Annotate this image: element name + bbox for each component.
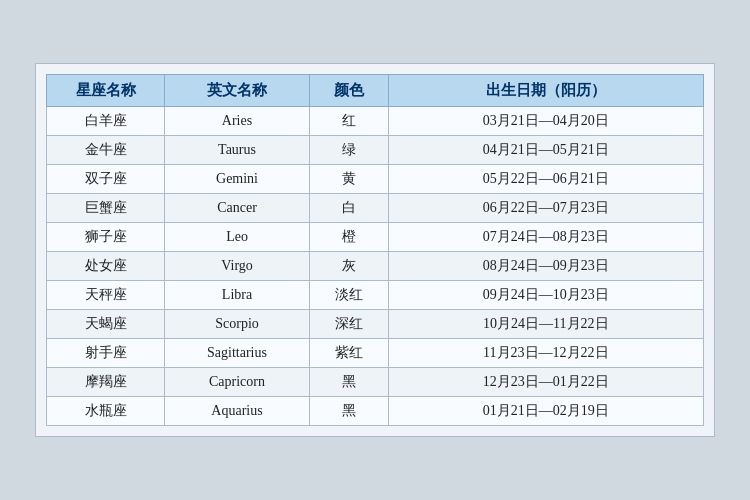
cell-date: 07月24日—08月23日 <box>388 223 703 252</box>
cell-date: 04月21日—05月21日 <box>388 136 703 165</box>
cell-en-name: Scorpio <box>165 310 310 339</box>
cell-en-name: Sagittarius <box>165 339 310 368</box>
header-color: 颜色 <box>309 75 388 107</box>
cell-date: 12月23日—01月22日 <box>388 368 703 397</box>
table-row: 天蝎座Scorpio深红10月24日—11月22日 <box>47 310 704 339</box>
cell-color: 橙 <box>309 223 388 252</box>
cell-color: 黄 <box>309 165 388 194</box>
table-row: 巨蟹座Cancer白06月22日—07月23日 <box>47 194 704 223</box>
zodiac-table: 星座名称 英文名称 颜色 出生日期（阳历） 白羊座Aries红03月21日—04… <box>46 74 704 426</box>
table-row: 双子座Gemini黄05月22日—06月21日 <box>47 165 704 194</box>
cell-color: 紫红 <box>309 339 388 368</box>
cell-date: 08月24日—09月23日 <box>388 252 703 281</box>
cell-color: 白 <box>309 194 388 223</box>
cell-color: 淡红 <box>309 281 388 310</box>
cell-en-name: Gemini <box>165 165 310 194</box>
cell-en-name: Aries <box>165 107 310 136</box>
table-row: 天秤座Libra淡红09月24日—10月23日 <box>47 281 704 310</box>
cell-en-name: Leo <box>165 223 310 252</box>
cell-color: 灰 <box>309 252 388 281</box>
cell-zh-name: 天秤座 <box>47 281 165 310</box>
cell-en-name: Libra <box>165 281 310 310</box>
cell-date: 10月24日—11月22日 <box>388 310 703 339</box>
cell-en-name: Capricorn <box>165 368 310 397</box>
header-zh-name: 星座名称 <box>47 75 165 107</box>
cell-zh-name: 双子座 <box>47 165 165 194</box>
table-row: 狮子座Leo橙07月24日—08月23日 <box>47 223 704 252</box>
header-en-name: 英文名称 <box>165 75 310 107</box>
cell-zh-name: 水瓶座 <box>47 397 165 426</box>
cell-date: 03月21日—04月20日 <box>388 107 703 136</box>
table-row: 处女座Virgo灰08月24日—09月23日 <box>47 252 704 281</box>
cell-zh-name: 金牛座 <box>47 136 165 165</box>
cell-en-name: Aquarius <box>165 397 310 426</box>
cell-en-name: Taurus <box>165 136 310 165</box>
cell-color: 红 <box>309 107 388 136</box>
table-row: 射手座Sagittarius紫红11月23日—12月22日 <box>47 339 704 368</box>
header-date: 出生日期（阳历） <box>388 75 703 107</box>
cell-date: 01月21日—02月19日 <box>388 397 703 426</box>
cell-color: 黑 <box>309 397 388 426</box>
zodiac-table-container: 星座名称 英文名称 颜色 出生日期（阳历） 白羊座Aries红03月21日—04… <box>35 63 715 437</box>
cell-date: 06月22日—07月23日 <box>388 194 703 223</box>
cell-color: 深红 <box>309 310 388 339</box>
cell-zh-name: 摩羯座 <box>47 368 165 397</box>
cell-zh-name: 天蝎座 <box>47 310 165 339</box>
cell-en-name: Virgo <box>165 252 310 281</box>
table-row: 白羊座Aries红03月21日—04月20日 <box>47 107 704 136</box>
cell-zh-name: 处女座 <box>47 252 165 281</box>
cell-date: 05月22日—06月21日 <box>388 165 703 194</box>
table-row: 摩羯座Capricorn黑12月23日—01月22日 <box>47 368 704 397</box>
cell-date: 11月23日—12月22日 <box>388 339 703 368</box>
table-header-row: 星座名称 英文名称 颜色 出生日期（阳历） <box>47 75 704 107</box>
cell-zh-name: 巨蟹座 <box>47 194 165 223</box>
cell-color: 黑 <box>309 368 388 397</box>
table-row: 金牛座Taurus绿04月21日—05月21日 <box>47 136 704 165</box>
table-row: 水瓶座Aquarius黑01月21日—02月19日 <box>47 397 704 426</box>
cell-en-name: Cancer <box>165 194 310 223</box>
cell-zh-name: 狮子座 <box>47 223 165 252</box>
cell-zh-name: 白羊座 <box>47 107 165 136</box>
cell-date: 09月24日—10月23日 <box>388 281 703 310</box>
cell-zh-name: 射手座 <box>47 339 165 368</box>
cell-color: 绿 <box>309 136 388 165</box>
